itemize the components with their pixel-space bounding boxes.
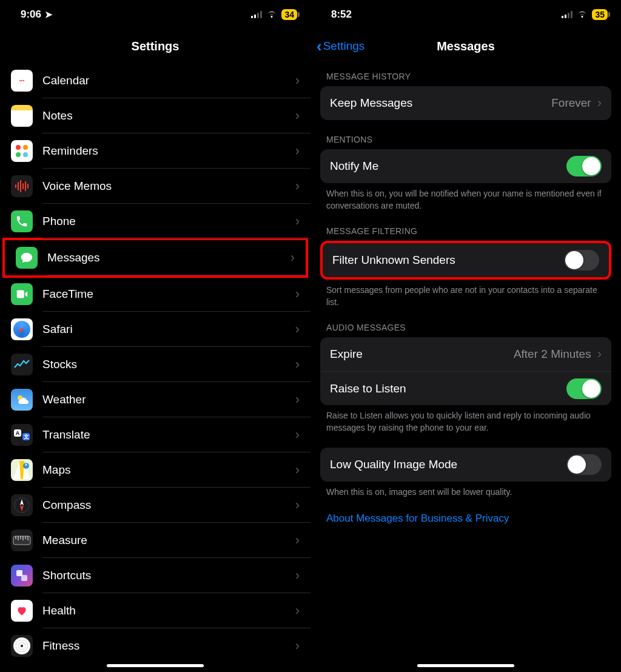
status-time: 8:52: [331, 8, 352, 21]
messages-settings-content[interactable]: MESSAGE HISTORY Keep Messages Forever › …: [310, 63, 621, 672]
group-filtering: Filter Unknown Senders: [320, 241, 611, 280]
cell-notify-me[interactable]: Notify Me: [320, 149, 611, 183]
chevron-right-icon: ›: [295, 603, 300, 619]
cell-keep-messages[interactable]: Keep Messages Forever ›: [320, 86, 611, 120]
row-label: Fitness: [42, 639, 79, 653]
row-label: Phone: [42, 215, 76, 228]
about-messages-link[interactable]: About Messages for Business & Privacy: [320, 498, 611, 539]
health-icon: [11, 600, 33, 622]
cell-filter-unknown-senders[interactable]: Filter Unknown Senders: [323, 243, 609, 277]
settings-row-phone[interactable]: Phone›: [0, 204, 310, 239]
chevron-right-icon: ›: [295, 321, 300, 337]
cell-label: Low Quality Image Mode: [330, 458, 457, 471]
chevron-right-icon: ›: [295, 213, 300, 229]
settings-row-shortcuts[interactable]: Shortcuts›: [0, 558, 310, 593]
chevron-right-icon: ›: [295, 357, 300, 372]
chevron-right-icon: ›: [295, 638, 300, 654]
cellular-signal-icon: [562, 11, 572, 18]
chevron-right-icon: ›: [295, 143, 300, 159]
row-label: Safari: [42, 323, 73, 336]
toggle-notify-me[interactable]: [566, 156, 602, 176]
svg-rect-14: [16, 570, 22, 576]
translate-icon: A文: [11, 424, 33, 446]
chevron-right-icon: ›: [295, 427, 300, 443]
status-bar: 9:06 ➤ 34: [0, 0, 310, 29]
nav-header: ‹ Settings Messages: [310, 29, 621, 63]
chevron-right-icon: ›: [295, 108, 300, 124]
chevron-right-icon: ›: [295, 73, 300, 89]
row-label: Stocks: [42, 358, 77, 371]
toggle-filter-unknown-senders[interactable]: [564, 250, 599, 270]
wifi-icon: [266, 10, 278, 20]
settings-row-stocks[interactable]: Stocks›: [0, 347, 310, 382]
section-header-filtering: MESSAGE FILTERING: [320, 212, 611, 241]
settings-row-reminders[interactable]: Reminders›: [0, 133, 310, 169]
row-label: Maps: [42, 463, 70, 477]
battery-indicator: 34: [281, 9, 297, 20]
settings-row-fitness[interactable]: Fitness›: [0, 628, 310, 664]
settings-row-notes[interactable]: Notes›: [0, 98, 310, 133]
group-lowq: Low Quality Image Mode: [320, 448, 611, 482]
settings-row-compass[interactable]: Compass›: [0, 488, 310, 523]
cell-low-quality-image[interactable]: Low Quality Image Mode: [320, 448, 611, 482]
footer-audio: Raise to Listen allows you to quickly li…: [320, 405, 611, 434]
row-label: Reminders: [42, 144, 98, 158]
row-label: Messages: [47, 251, 100, 264]
battery-indicator: 35: [592, 9, 608, 20]
cell-label: Raise to Listen: [330, 382, 406, 395]
location-icon: ➤: [45, 9, 53, 20]
settings-row-translate[interactable]: A文Translate›: [0, 417, 310, 452]
cell-raise-to-listen[interactable]: Raise to Listen: [320, 371, 611, 405]
calendar-icon: •••: [11, 70, 33, 92]
settings-row-weather[interactable]: Weather›: [0, 382, 310, 417]
left-pane-settings: 9:06 ➤ 34 Settings •••Calendar›Notes›Rem…: [0, 0, 310, 672]
weather-icon: [11, 389, 33, 411]
svg-text:文: 文: [23, 434, 29, 440]
svg-text:A: A: [16, 430, 20, 436]
settings-row-facetime[interactable]: FaceTime›: [0, 277, 310, 312]
back-button[interactable]: ‹ Settings: [317, 29, 364, 63]
chevron-right-icon: ›: [295, 392, 300, 408]
status-time: 9:06: [21, 8, 41, 21]
cell-label: Filter Unknown Senders: [332, 254, 455, 267]
row-label: Shortcuts: [42, 569, 91, 582]
settings-row-measure[interactable]: Measure›: [0, 523, 310, 558]
home-indicator[interactable]: [107, 664, 204, 667]
shortcuts-icon: [11, 565, 33, 586]
settings-list[interactable]: •••Calendar›Notes›Reminders›Voice Memos›…: [0, 63, 310, 672]
toggle-low-quality-image[interactable]: [566, 454, 602, 475]
chevron-right-icon: ›: [295, 497, 300, 513]
chevron-right-icon: ›: [295, 286, 300, 302]
settings-row-calendar[interactable]: •••Calendar›: [0, 63, 310, 98]
fitness-icon: [11, 635, 33, 657]
phone-icon: [11, 210, 33, 232]
settings-row-maps[interactable]: Maps›: [0, 452, 310, 488]
page-title: Messages: [437, 39, 495, 53]
row-label: Voice Memos: [42, 180, 112, 193]
settings-row-safari[interactable]: Safari›: [0, 312, 310, 347]
toggle-raise-to-listen[interactable]: [566, 378, 602, 399]
cell-label: Notify Me: [330, 160, 378, 173]
group-audio: Expire After 2 Minutes › Raise to Listen: [320, 337, 611, 405]
settings-row-voice[interactable]: Voice Memos›: [0, 169, 310, 204]
row-label: Translate: [42, 428, 90, 442]
home-indicator[interactable]: [417, 664, 514, 667]
reminders-icon: [11, 140, 33, 162]
cell-label: Keep Messages: [330, 96, 412, 110]
right-pane-messages: 8:52 35 ‹ Settings Messages MESSAGE HIST…: [310, 0, 621, 672]
group-history: Keep Messages Forever ›: [320, 86, 611, 120]
row-label: Compass: [42, 499, 91, 512]
chevron-right-icon: ›: [597, 346, 602, 362]
back-label: Settings: [323, 39, 365, 53]
cell-expire[interactable]: Expire After 2 Minutes ›: [320, 337, 611, 371]
chevron-left-icon: ‹: [317, 37, 322, 56]
footer-mentions: When this is on, you will be notified wh…: [320, 183, 611, 212]
wifi-icon: [576, 10, 588, 20]
settings-row-health[interactable]: Health›: [0, 593, 310, 628]
highlight-messages-row: Messages›: [2, 238, 308, 278]
row-label: Calendar: [42, 74, 89, 87]
messages-icon: [16, 247, 38, 269]
section-header-mentions: MENTIONS: [320, 120, 611, 149]
compass-icon: [11, 494, 33, 516]
settings-row-messages[interactable]: Messages›: [5, 240, 306, 275]
